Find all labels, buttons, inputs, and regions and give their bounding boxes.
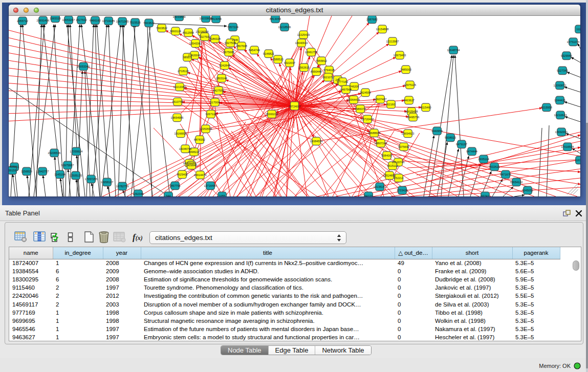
svg-text:117004: 117004 [210, 101, 220, 104]
svg-text:25300213: 25300213 [266, 113, 278, 116]
svg-text:435061: 435061 [10, 165, 19, 168]
svg-text:1615112: 1615112 [387, 164, 398, 167]
svg-text:7632621: 7632621 [489, 165, 500, 168]
svg-text:16914479: 16914479 [194, 173, 207, 177]
svg-text:8427552: 8427552 [213, 89, 224, 92]
svg-text:2935114: 2935114 [478, 158, 489, 161]
svg-text:10025458: 10025458 [405, 110, 418, 113]
svg-text:1244415: 1244415 [554, 99, 565, 102]
svg-text:7625402: 7625402 [177, 173, 188, 176]
svg-text:2718120: 2718120 [178, 70, 189, 73]
svg-text:8471676: 8471676 [500, 173, 511, 176]
svg-text:6497568: 6497568 [340, 88, 352, 91]
svg-text:10607487: 10607487 [374, 98, 387, 101]
svg-text:1440954: 1440954 [431, 129, 443, 133]
svg-text:20206536: 20206536 [48, 151, 61, 155]
svg-text:1562615: 1562615 [298, 66, 310, 69]
svg-text:1065326: 1065326 [50, 17, 61, 20]
svg-text:9322037: 9322037 [284, 61, 295, 64]
svg-text:10973493: 10973493 [394, 54, 406, 57]
svg-text:1621072: 1621072 [322, 76, 334, 79]
svg-text:16210643: 16210643 [554, 114, 567, 117]
svg-text:1112: 1112 [576, 28, 580, 31]
svg-text:93741: 93741 [481, 194, 489, 196]
svg-text:10653267: 10653267 [62, 18, 75, 21]
svg-text:10648784: 10648784 [447, 49, 460, 52]
svg-text:7986372: 7986372 [355, 107, 366, 111]
svg-text:10543362: 10543362 [189, 42, 202, 45]
svg-text:1292346: 1292346 [133, 192, 144, 195]
svg-text:9242845: 9242845 [219, 64, 230, 67]
svg-text:9327500: 9327500 [199, 35, 210, 38]
svg-text:10654122: 10654122 [510, 181, 523, 184]
svg-text:10958107: 10958107 [101, 181, 114, 184]
svg-text:1527602: 1527602 [76, 18, 87, 21]
svg-text:12942757: 12942757 [36, 170, 49, 173]
svg-text:12975115: 12975115 [404, 83, 416, 86]
svg-text:16154808: 16154808 [376, 28, 389, 31]
svg-text:3675685: 3675685 [223, 51, 234, 54]
svg-text:93975887: 93975887 [61, 164, 74, 167]
svg-text:12353594: 12353594 [200, 127, 212, 130]
svg-text:6466160: 6466160 [90, 19, 101, 22]
svg-text:1055: 1055 [219, 194, 225, 196]
svg-text:9329966: 9329966 [561, 54, 572, 57]
svg-text:16033809: 16033809 [173, 16, 186, 18]
svg-text:8813054: 8813054 [210, 17, 222, 20]
svg-text:16640910: 16640910 [295, 41, 308, 45]
svg-text:14136141: 14136141 [374, 185, 386, 188]
svg-text:7485003: 7485003 [400, 68, 411, 71]
svg-text:17016504: 17016504 [561, 145, 574, 148]
svg-text:12505135: 12505135 [70, 174, 82, 177]
svg-text:9660124: 9660124 [170, 30, 181, 33]
svg-text:17359924: 17359924 [70, 150, 83, 153]
svg-text:8454749: 8454749 [249, 49, 260, 52]
svg-text:1733426: 1733426 [397, 189, 408, 192]
svg-text:2055712: 2055712 [17, 19, 28, 23]
svg-text:23226058: 23226058 [196, 30, 209, 33]
svg-text:15751074: 15751074 [567, 40, 580, 43]
svg-text:9084007: 9084007 [381, 154, 393, 157]
svg-text:2087682: 2087682 [366, 18, 378, 21]
svg-text:9463627: 9463627 [403, 99, 415, 102]
svg-text:9227343: 9227343 [557, 69, 568, 72]
svg-text:7663822: 7663822 [156, 27, 167, 30]
svg-text:7955812: 7955812 [316, 59, 327, 62]
svg-text:13654923: 13654923 [402, 132, 415, 135]
svg-text:15692991: 15692991 [555, 130, 568, 134]
svg-text:10671365: 10671365 [116, 20, 129, 23]
svg-text:11325419: 11325419 [297, 33, 310, 36]
svg-text:19166825: 19166825 [175, 132, 187, 135]
svg-text:252214: 252214 [394, 177, 404, 180]
svg-text:39159: 39159 [9, 169, 16, 172]
svg-text:15720407: 15720407 [361, 118, 374, 121]
svg-text:7357224: 7357224 [227, 26, 238, 29]
svg-text:3498222: 3498222 [188, 150, 200, 154]
svg-text:16961758: 16961758 [305, 51, 318, 54]
svg-text:12213987: 12213987 [386, 40, 399, 43]
svg-text:9375692: 9375692 [398, 145, 409, 148]
svg-text:2803144: 2803144 [216, 77, 227, 80]
svg-text:16782759: 16782759 [116, 185, 129, 188]
svg-text:10719185: 10719185 [102, 19, 115, 23]
svg-text:944: 944 [166, 194, 170, 196]
svg-text:9245052: 9245052 [522, 189, 533, 192]
svg-text:8878352: 8878352 [194, 138, 205, 141]
svg-text:18724007: 18724007 [289, 105, 301, 108]
svg-text:116753: 116753 [575, 159, 580, 162]
svg-text:7663822: 7663822 [143, 21, 155, 25]
svg-text:62160: 62160 [387, 103, 395, 106]
svg-text:1409948: 1409948 [186, 164, 197, 167]
svg-text:18807249: 18807249 [375, 142, 387, 145]
svg-text:7515526: 7515526 [129, 21, 141, 24]
svg-text:6479197: 6479197 [456, 143, 467, 146]
svg-text:9777169: 9777169 [337, 80, 348, 83]
svg-text:8813054: 8813054 [270, 17, 281, 20]
svg-text:8186328: 8186328 [209, 37, 221, 40]
svg-text:94120: 94120 [364, 194, 373, 196]
svg-text:3267110: 3267110 [205, 113, 216, 116]
svg-text:9327508: 9327508 [225, 41, 236, 45]
svg-text:5938923: 5938923 [445, 136, 456, 139]
svg-text:9146821: 9146821 [263, 52, 274, 55]
svg-text:9115460: 9115460 [420, 106, 431, 109]
